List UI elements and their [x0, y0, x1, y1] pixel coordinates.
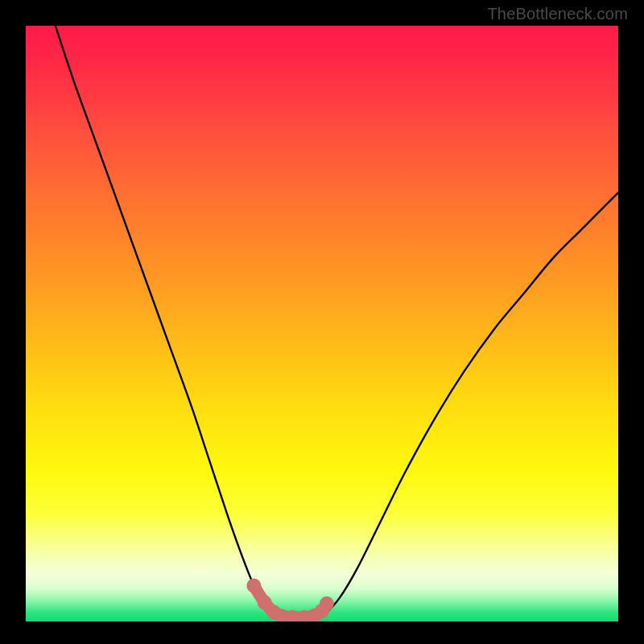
watermark-text: TheBottleneck.com: [487, 5, 628, 23]
gradient-background: [26, 26, 618, 621]
bottleneck-curve-chart: [26, 26, 618, 621]
chart-frame: TheBottleneck.com: [0, 0, 644, 644]
plot-area: [26, 26, 618, 621]
highlighted-point: [246, 579, 261, 593]
highlighted-point: [320, 597, 334, 611]
